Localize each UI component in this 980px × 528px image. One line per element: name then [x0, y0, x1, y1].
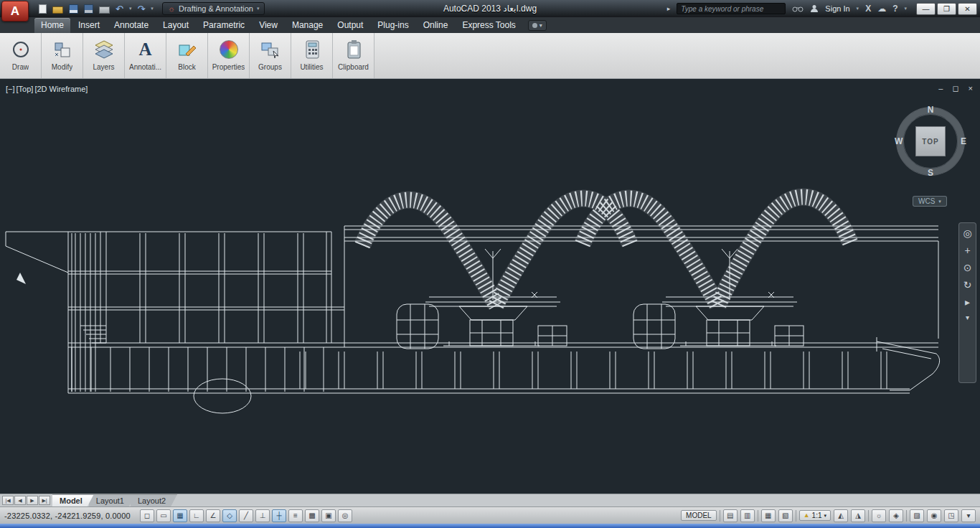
annotation-scale-value: 1:1: [812, 512, 822, 519]
otrack-toggle[interactable]: ╱: [239, 509, 253, 522]
undo-dropdown-icon[interactable]: ▾: [129, 6, 132, 11]
tab-view[interactable]: View: [253, 18, 284, 33]
viewcube-east[interactable]: E: [961, 136, 966, 146]
annotation-scale-button[interactable]: ▲ 1:1 ▾: [799, 510, 831, 521]
viewcube-west[interactable]: W: [895, 136, 903, 146]
exchange-apps-icon[interactable]: X: [865, 4, 871, 13]
navbar-menu-icon[interactable]: ▾: [966, 314, 969, 321]
ribbon-panel-layers[interactable]: Layers: [83, 33, 125, 78]
paper-space-icon[interactable]: ▥: [740, 509, 755, 522]
ribbon-panel-block[interactable]: Block: [166, 33, 208, 78]
tab-online[interactable]: Online: [417, 18, 455, 33]
save-as-icon[interactable]: [84, 4, 93, 14]
ribbon-panel-modify[interactable]: Modify: [42, 33, 83, 78]
sign-in-dropdown-icon[interactable]: ▾: [857, 6, 859, 11]
new-file-icon[interactable]: [39, 4, 47, 14]
polar-toggle[interactable]: ∠: [206, 509, 220, 522]
dyninput-toggle[interactable]: ┼: [272, 509, 286, 522]
ortho-toggle[interactable]: ∟: [189, 509, 204, 522]
ribbon-minimize-button[interactable]: ▾: [528, 20, 547, 31]
orbit-icon[interactable]: ↻: [963, 280, 972, 290]
ribbon-panel-properties[interactable]: Properties: [208, 33, 250, 78]
viewport-view-control[interactable]: [Top]: [17, 85, 34, 93]
selection-cycling-toggle[interactable]: ◎: [338, 509, 352, 522]
performance-icon[interactable]: ▨: [910, 509, 924, 522]
ribbon-panel-utilities[interactable]: Utilities: [291, 33, 333, 78]
toolbar-lock-icon[interactable]: ◈: [889, 509, 903, 522]
clean-screen-icon[interactable]: ◳: [944, 509, 958, 522]
annotation-visibility-icon[interactable]: ◭: [834, 509, 848, 522]
tab-annotate[interactable]: Annotate: [108, 18, 155, 33]
pan-icon[interactable]: +: [964, 245, 970, 255]
prev-layout-icon[interactable]: ◀: [14, 496, 26, 505]
workspace-switching-icon[interactable]: ☼: [872, 509, 886, 522]
tab-plugins[interactable]: Plug-ins: [371, 18, 415, 33]
quickview-drawings-icon[interactable]: ▦: [761, 509, 776, 522]
drawing-canvas[interactable]: [−] [Top] [2D Wireframe] – ◻ × N S W E T…: [0, 79, 980, 494]
viewport-minimize-icon[interactable]: –: [938, 84, 943, 93]
redo-icon[interactable]: ↷: [137, 4, 145, 14]
tab-manage[interactable]: Manage: [286, 18, 329, 33]
osnap-toggle[interactable]: ◇: [222, 509, 237, 522]
full-navigation-wheel-icon[interactable]: ◎: [963, 228, 971, 238]
infer-constraints-toggle[interactable]: ◻: [140, 509, 154, 522]
viewport-visual-style-control[interactable]: [2D Wireframe]: [34, 85, 88, 93]
status-menu-icon[interactable]: ▾: [961, 509, 976, 522]
last-layout-icon[interactable]: ▶|: [39, 496, 50, 505]
model-space-icon[interactable]: ▤: [723, 509, 738, 522]
autodesk360-icon[interactable]: ☁: [877, 4, 886, 13]
tab-layout1[interactable]: Layout1: [89, 494, 136, 506]
next-layout-icon[interactable]: ▶: [27, 496, 38, 505]
search-input[interactable]: [677, 3, 786, 14]
workspace-switcher[interactable]: ☼ Drafting & Annotation ▾: [162, 2, 265, 15]
close-button[interactable]: ✕: [958, 3, 977, 15]
window-controls: — ❐ ✕: [916, 3, 977, 15]
sign-in-button[interactable]: Sign In: [825, 4, 849, 13]
viewcube-top-face[interactable]: TOP: [915, 126, 946, 156]
plot-icon[interactable]: [99, 6, 110, 14]
quick-properties-toggle[interactable]: ▣: [321, 509, 336, 522]
tab-output[interactable]: Output: [331, 18, 369, 33]
viewport-close-icon[interactable]: ×: [969, 84, 973, 93]
tab-layout2[interactable]: Layout2: [131, 494, 177, 506]
infocenter-expand-icon[interactable]: ▸: [667, 6, 671, 12]
showmotion-icon[interactable]: ▸: [965, 297, 970, 307]
help-dropdown-icon[interactable]: ▾: [904, 6, 907, 11]
minimize-button[interactable]: —: [916, 3, 936, 15]
tab-layout[interactable]: Layout: [156, 18, 195, 33]
undo-icon[interactable]: ↶: [116, 4, 123, 14]
tab-express-tools[interactable]: Express Tools: [456, 18, 522, 33]
status-bar: -23225.0332, -24221.9259, 0.0000 ◻ ▭ ▦ ∟…: [0, 506, 980, 524]
dynucs-toggle[interactable]: ⊥: [255, 509, 270, 522]
viewport-menu-control[interactable]: [−]: [6, 85, 15, 93]
open-file-icon[interactable]: [52, 6, 63, 14]
viewcube-north[interactable]: N: [928, 105, 934, 115]
ribbon-panel-annotation[interactable]: A Annotati...: [125, 33, 166, 78]
tab-model[interactable]: Model: [52, 494, 94, 506]
grid-toggle[interactable]: ▦: [173, 509, 187, 522]
ribbon-panel-groups[interactable]: Groups: [250, 33, 291, 78]
ribbon-panel-clipboard[interactable]: Clipboard: [333, 33, 374, 78]
quickview-layouts-icon[interactable]: ▧: [778, 509, 793, 522]
annotation-autoscale-icon[interactable]: ◮: [851, 509, 865, 522]
lineweight-toggle[interactable]: ≡: [288, 509, 303, 522]
model-space-button[interactable]: MODEL: [681, 510, 717, 521]
help-icon[interactable]: ?: [892, 4, 897, 13]
zoom-icon[interactable]: ⊙: [963, 263, 972, 273]
ribbon-panel-draw[interactable]: Draw: [0, 33, 42, 78]
viewport-restore-icon[interactable]: ◻: [952, 84, 958, 93]
wcs-selector[interactable]: WCS ▾: [913, 196, 947, 207]
application-menu-button[interactable]: A: [1, 1, 29, 22]
save-icon[interactable]: [69, 4, 78, 14]
search-binoculars-icon[interactable]: [792, 5, 804, 13]
tab-insert[interactable]: Insert: [72, 18, 106, 33]
transparency-toggle[interactable]: ▩: [305, 509, 319, 522]
redo-dropdown-icon[interactable]: ▾: [151, 6, 154, 11]
tab-home[interactable]: Home: [34, 18, 70, 33]
first-layout-icon[interactable]: |◀: [2, 496, 14, 505]
viewcube-south[interactable]: S: [928, 168, 933, 178]
tab-parametric[interactable]: Parametric: [197, 18, 251, 33]
snap-toggle[interactable]: ▭: [156, 509, 171, 522]
restore-button[interactable]: ❐: [937, 3, 956, 15]
isolate-objects-icon[interactable]: ◉: [927, 509, 941, 522]
